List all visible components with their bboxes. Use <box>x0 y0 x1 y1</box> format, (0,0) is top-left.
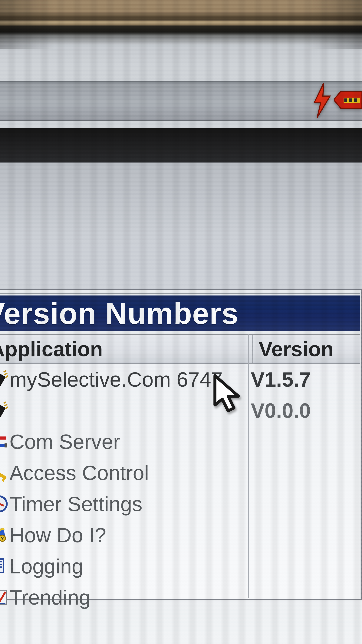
table-row[interactable]: Com Server <box>0 426 360 457</box>
version-value: V0.0.0 <box>251 398 311 422</box>
svg-line-12 <box>5 376 8 378</box>
wires-icon <box>0 433 9 450</box>
app-name-label: mySelective.Com 6747 <box>9 368 249 391</box>
table-row[interactable]: Logging <box>0 550 360 582</box>
lightning-icon[interactable] <box>309 82 334 119</box>
panel-backdrop <box>0 162 362 292</box>
svg-line-19 <box>5 407 8 409</box>
red-bar-icon[interactable] <box>339 83 356 119</box>
svg-rect-3 <box>344 98 347 102</box>
svg-marker-0 <box>314 83 330 118</box>
clock-icon <box>0 495 9 513</box>
svg-rect-23 <box>4 444 7 448</box>
app-name-label: Trending <box>9 585 249 609</box>
table-header: Application Version <box>0 334 360 364</box>
svg-rect-4 <box>349 98 352 102</box>
table-row[interactable]: Access Control <box>0 457 360 488</box>
table-row[interactable]: V0.0.0 <box>0 395 360 426</box>
table-row[interactable]: mySelective.Com 6747 V1.5.7 <box>0 364 360 395</box>
monitor-bezel-top <box>0 0 362 49</box>
window-titlebar[interactable]: Version Numbers <box>0 296 360 331</box>
svg-text:?: ? <box>1 536 4 541</box>
chip-icon <box>0 370 9 388</box>
chip-icon <box>0 402 9 420</box>
version-numbers-window: Version Numbers Application Version mySe… <box>0 289 362 600</box>
window-title: Version Numbers <box>0 296 239 331</box>
app-name-label: Com Server <box>9 430 249 454</box>
table-row[interactable]: Timer Settings <box>0 488 360 520</box>
svg-line-18 <box>4 404 7 406</box>
svg-line-10 <box>3 370 6 372</box>
version-value: V1.5.7 <box>251 368 311 391</box>
app-name-label: Logging <box>9 554 249 578</box>
app-name-label: Access Control <box>9 461 249 485</box>
table-row[interactable]: Trending <box>0 582 360 613</box>
header-application[interactable]: Application <box>0 335 253 363</box>
photo-background: Version Numbers Application Version mySe… <box>0 0 362 644</box>
svg-line-11 <box>4 373 7 375</box>
window-dark-band <box>0 128 362 162</box>
trend-icon <box>0 588 9 606</box>
app-name-label: How Do I? <box>9 523 249 547</box>
table-body: mySelective.Com 6747 V1.5.7 V0.0.0 Com S… <box>0 364 360 599</box>
log-icon <box>0 557 9 575</box>
key-icon <box>0 464 9 482</box>
app-name-label: Timer Settings <box>9 492 249 516</box>
svg-rect-5 <box>354 98 357 102</box>
app-toolbar <box>0 81 362 121</box>
header-version[interactable]: Version <box>253 335 360 363</box>
svg-line-17 <box>3 402 6 404</box>
book-icon: ? <box>0 526 9 544</box>
table-row[interactable]: ? How Do I? <box>0 520 360 550</box>
